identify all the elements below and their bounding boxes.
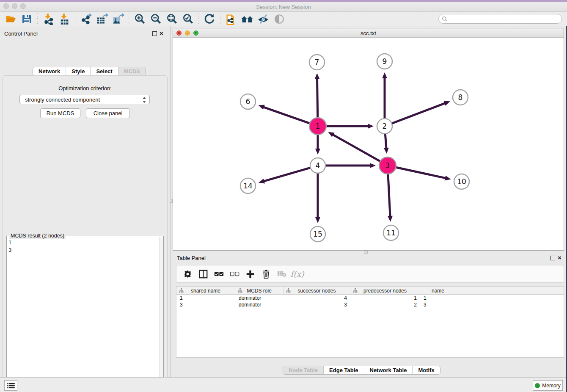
first-neighbors-button[interactable] bbox=[239, 13, 255, 25]
float-panel-icon[interactable] bbox=[550, 256, 555, 260]
splitter-grip[interactable] bbox=[364, 251, 368, 254]
cell-mcds-role[interactable]: dominator bbox=[235, 301, 284, 308]
cell-predecessor-nodes[interactable]: 1 bbox=[350, 295, 420, 301]
result-scrollbar[interactable] bbox=[159, 237, 163, 391]
splitter-grip[interactable] bbox=[170, 199, 173, 203]
tab-select[interactable]: Select bbox=[90, 67, 118, 75]
edge-arrow-icon bbox=[384, 148, 389, 154]
float-panel-icon[interactable] bbox=[152, 31, 157, 36]
column-header-name[interactable]: name bbox=[420, 287, 456, 295]
delete-column-button[interactable] bbox=[258, 267, 274, 281]
tab-network-table[interactable]: Network Table bbox=[364, 366, 413, 374]
cell-successor-nodes[interactable]: 4 bbox=[284, 295, 350, 301]
export-image-icon bbox=[112, 13, 124, 25]
show-all-button[interactable] bbox=[271, 13, 287, 25]
clone-network-button[interactable] bbox=[223, 13, 239, 25]
task-history-button[interactable] bbox=[4, 380, 17, 391]
column-header-mcds-role[interactable]: MCDS role bbox=[235, 287, 284, 295]
column-type-icon bbox=[238, 288, 242, 293]
column-header-shared-name[interactable]: shared name bbox=[176, 287, 235, 295]
column-header-successor-nodes[interactable]: successor nodes bbox=[284, 287, 350, 295]
edge-3-10[interactable] bbox=[396, 167, 446, 178]
edge-3-11[interactable] bbox=[388, 174, 390, 217]
export-table-button[interactable] bbox=[94, 13, 110, 25]
edge-arrow-icon bbox=[368, 124, 374, 129]
graph-node-label: 14 bbox=[243, 182, 253, 190]
zoom-out-button[interactable] bbox=[148, 13, 164, 25]
memory-button[interactable]: Memory bbox=[533, 380, 563, 391]
edge-1-7[interactable] bbox=[317, 78, 317, 118]
tab-motifs[interactable]: Motifs bbox=[412, 366, 440, 374]
cell-predecessor-nodes[interactable]: 2 bbox=[350, 301, 420, 308]
mcds-result-text[interactable]: 1 3 bbox=[8, 239, 11, 254]
control-panel-tabs: Network Style Select MCDS bbox=[33, 67, 146, 76]
search-box[interactable] bbox=[438, 14, 562, 24]
close-panel-button[interactable]: Close panel bbox=[86, 108, 130, 118]
zoom-out-icon bbox=[150, 13, 162, 25]
search-input[interactable] bbox=[448, 16, 561, 22]
network-canvas[interactable]: 7968124314101511 bbox=[173, 38, 564, 250]
network-window: × − + scc.txt 7968124314101511 bbox=[173, 28, 564, 251]
hide-selected-button[interactable] bbox=[255, 13, 271, 25]
cell-shared-name[interactable]: 1 bbox=[176, 295, 235, 301]
node-table[interactable]: shared name MCDS role successor nodes bbox=[176, 286, 564, 358]
zoom-in-button[interactable] bbox=[132, 13, 148, 25]
table-row[interactable]: 3 dominator 3 2 3 bbox=[176, 301, 564, 308]
create-column-button[interactable] bbox=[242, 267, 258, 281]
import-table-button[interactable] bbox=[56, 13, 72, 25]
toolbar-separator bbox=[75, 13, 75, 25]
tab-style[interactable]: Style bbox=[66, 67, 90, 75]
column-type-icon bbox=[353, 288, 358, 293]
function-builder-button[interactable]: f(x) bbox=[289, 267, 305, 281]
table-settings-button[interactable] bbox=[180, 267, 195, 281]
graph-node-label: 2 bbox=[383, 122, 387, 130]
criterion-value: strongly connected component bbox=[25, 97, 100, 103]
run-mcds-button[interactable]: Run MCDS bbox=[40, 108, 80, 118]
tab-edge-table[interactable]: Edge Table bbox=[323, 366, 363, 374]
close-panel-icon[interactable]: × bbox=[160, 31, 163, 36]
show-column-panel-button[interactable] bbox=[195, 267, 211, 281]
column-type-icon bbox=[179, 288, 184, 293]
column-type-icon bbox=[286, 288, 291, 293]
apply-layout-button[interactable] bbox=[201, 13, 217, 25]
criterion-select[interactable]: strongly connected component bbox=[19, 95, 150, 104]
zoom-fit-button[interactable] bbox=[164, 13, 180, 25]
zoom-fit-icon bbox=[166, 13, 178, 25]
network-window-titlebar[interactable]: × − + scc.txt bbox=[173, 28, 564, 38]
cell-successor-nodes[interactable]: 3 bbox=[284, 301, 350, 308]
tab-node-table[interactable]: Node Table bbox=[283, 366, 323, 374]
export-image-button[interactable] bbox=[110, 13, 126, 25]
zoom-selected-button[interactable] bbox=[180, 13, 196, 25]
column-header-predecessor-nodes[interactable]: predecessor nodes bbox=[350, 287, 420, 295]
control-panel-title: Control Panel bbox=[4, 30, 38, 37]
edge-4-14[interactable] bbox=[263, 168, 311, 182]
tab-network[interactable]: Network bbox=[33, 67, 66, 75]
deselect-all-columns-button[interactable] bbox=[227, 267, 242, 281]
delete-table-button[interactable] bbox=[274, 267, 289, 281]
import-network-button[interactable] bbox=[40, 13, 56, 25]
select-all-columns-button[interactable] bbox=[211, 267, 227, 281]
save-session-button[interactable] bbox=[19, 13, 35, 25]
edge-arrow-icon bbox=[445, 176, 451, 181]
edge-1-6[interactable] bbox=[263, 107, 310, 123]
result-line: 1 bbox=[8, 239, 11, 246]
edge-2-8[interactable] bbox=[392, 103, 446, 123]
titlebar-accent bbox=[0, 0, 567, 2]
cell-name[interactable]: 3 bbox=[420, 301, 456, 308]
export-network-button[interactable] bbox=[78, 13, 94, 25]
edge-3-1[interactable] bbox=[332, 134, 380, 161]
open-session-button[interactable] bbox=[3, 13, 19, 25]
edge-2-3[interactable] bbox=[385, 134, 386, 149]
close-panel-icon[interactable]: × bbox=[558, 255, 561, 260]
cell-mcds-role[interactable]: dominator bbox=[235, 295, 284, 301]
import-table-icon bbox=[58, 13, 70, 25]
table-header-row: shared name MCDS role successor nodes bbox=[176, 287, 564, 295]
tab-mcds[interactable]: MCDS bbox=[118, 67, 146, 75]
trash-icon bbox=[262, 270, 270, 279]
cell-shared-name[interactable]: 3 bbox=[176, 301, 235, 308]
table-row[interactable]: 1 dominator 4 1 1 bbox=[176, 295, 564, 301]
optimization-criterion-label: Optimization criterion: bbox=[3, 85, 167, 91]
cell-name[interactable]: 1 bbox=[420, 295, 456, 301]
graph-node-label: 9 bbox=[383, 57, 387, 66]
edge-arrow-icon bbox=[370, 163, 376, 168]
